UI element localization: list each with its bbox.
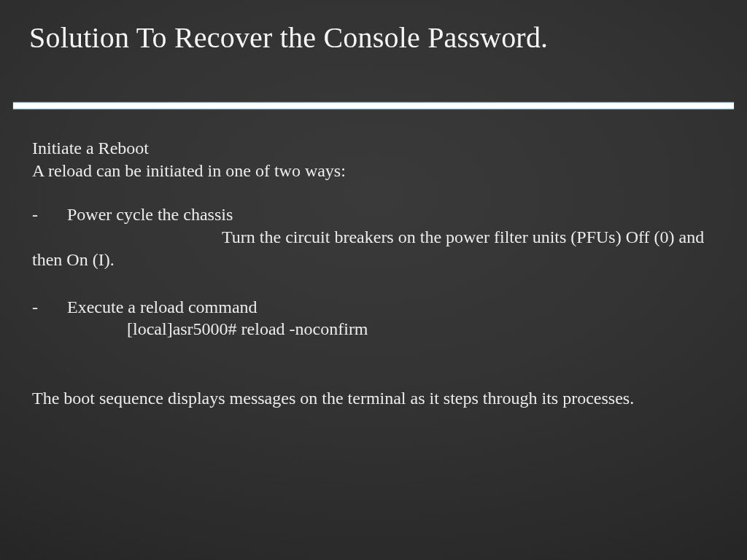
body-line-intro: A reload can be initiated in one of two … <box>32 160 715 182</box>
slide-body: Initiate a Reboot A reload can be initia… <box>32 137 715 410</box>
slide: Solution To Recover the Console Password… <box>0 0 747 560</box>
spacer <box>32 182 715 203</box>
slide-title: Solution To Recover the Console Password… <box>29 20 548 55</box>
option-2-label: Execute a reload command <box>67 296 715 319</box>
option-2-detail: [local]asr5000# reload -noconfirm <box>32 318 715 341</box>
bullet-dash-icon: - <box>32 203 67 226</box>
option-1-detail: Turn the circuit breakers on the power f… <box>32 226 715 271</box>
body-line-initiate: Initiate a Reboot <box>32 137 715 160</box>
option-1-label: Power cycle the chassis <box>67 203 715 226</box>
bullet-dash-icon: - <box>32 296 67 319</box>
divider-line <box>13 102 734 109</box>
body-footer: The boot sequence displays messages on t… <box>32 387 715 410</box>
option-2-row: - Execute a reload command <box>32 296 715 319</box>
spacer <box>32 341 715 387</box>
option-1-detail-text: Turn the circuit breakers on the power f… <box>32 228 704 269</box>
option-1-row: - Power cycle the chassis <box>32 203 715 226</box>
spacer <box>32 271 715 296</box>
